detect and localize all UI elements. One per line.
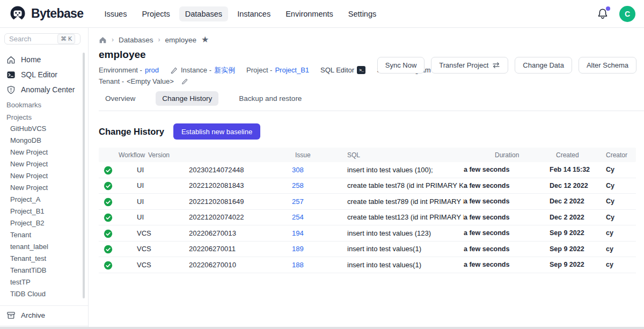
version-cell: 202206270010 (147, 261, 292, 269)
sidebar-item-archive[interactable]: Archive (0, 308, 88, 323)
project-item-testtp[interactable]: testTP (0, 276, 88, 288)
environment-link[interactable]: prod (145, 66, 159, 74)
project-item-new-project[interactable]: New Project (0, 158, 88, 170)
sidebar-item-anomaly-center[interactable]: Anomaly Center (0, 82, 88, 97)
brand-name: Bytebase (31, 6, 83, 21)
breadcrumb-databases[interactable]: Databases (119, 36, 153, 44)
nav-item-issues[interactable]: Issues (98, 6, 133, 21)
edit-pencil-icon[interactable] (181, 78, 188, 85)
creator-cell: Cy (601, 198, 636, 205)
instance-label: Instance - (181, 66, 211, 74)
issue-link[interactable]: 257 (292, 198, 304, 206)
workflow-cell: UI (118, 166, 147, 174)
tabs: OverviewChange HistoryBackup and restore (99, 91, 644, 106)
nav-item-databases[interactable]: Databases (179, 6, 228, 21)
project-link[interactable]: Project_B1 (275, 66, 309, 74)
issue-link[interactable]: 254 (292, 213, 304, 221)
history-row[interactable]: UI20221202081843258create table test78 (… (99, 178, 636, 194)
alter-schema-button[interactable]: Alter Schema (579, 57, 636, 74)
breadcrumb-current[interactable]: employee (165, 36, 197, 44)
sidebar-item-sql-editor[interactable]: SQL Editor (0, 67, 88, 82)
transfer-project-button[interactable]: Transfer Project (431, 57, 508, 74)
table-header-row: Workflow Version Issue SQL Duration Crea… (99, 148, 636, 162)
workflow-cell: VCS (118, 245, 147, 253)
created-cell: Feb 14 15:32 (550, 166, 601, 173)
tab-overview[interactable]: Overview (99, 91, 142, 106)
change-data-button[interactable]: Change Data (515, 57, 572, 74)
search-box[interactable]: ⌘ K (4, 33, 80, 45)
top-nav: Bytebase IssuesProjectsDatabasesInstance… (0, 0, 644, 28)
history-row[interactable]: VCS202206270013194insert into test value… (99, 225, 636, 242)
nav-item-settings[interactable]: Settings (342, 6, 382, 21)
tab-change-history[interactable]: Change History (156, 91, 218, 106)
search-input[interactable] (9, 35, 55, 43)
duration-cell: a few seconds (464, 261, 550, 268)
sidebar-scrollbar[interactable] (83, 53, 85, 298)
project-item-tenant[interactable]: Tenant (0, 229, 88, 241)
version-cell: 202206270011 (147, 245, 292, 253)
project-item-new-project[interactable]: New Project (0, 182, 88, 194)
creator-cell: cy (601, 261, 636, 268)
success-check-icon (99, 228, 118, 238)
bytebase-logo[interactable]: Bytebase (9, 5, 83, 23)
sidebar-divider (0, 305, 88, 306)
issue-link[interactable]: 188 (292, 261, 304, 269)
issue-link[interactable]: 194 (292, 229, 304, 237)
history-row[interactable]: UI20221202074022254create table test123 … (99, 210, 636, 226)
sql-cell: create table test789 (id int PRIMARY KEY… (343, 198, 464, 206)
project-item-tenant-label[interactable]: tenant_label (0, 241, 88, 253)
tabs-container: OverviewChange HistoryBackup and restore (99, 91, 644, 111)
col-duration: Duration (464, 151, 550, 159)
project-item-tenanttidb[interactable]: TenantTiDB (0, 265, 88, 276)
project-item-project-a[interactable]: Project_A (0, 194, 88, 206)
establish-baseline-button[interactable]: Establish new baseline (173, 123, 260, 140)
version-cell: 20221202081843 (147, 181, 292, 189)
project-item-tenant-test[interactable]: Tenant_test (0, 253, 88, 265)
sql-editor-link[interactable]: SQL Editor (320, 66, 354, 74)
user-avatar[interactable]: C (619, 6, 635, 22)
col-created: Created (550, 151, 601, 159)
sql-cell: create table test123 (id int PRIMARY KEY… (343, 213, 464, 221)
instance-link[interactable]: 新实例 (214, 65, 235, 75)
issue-link[interactable]: 258 (292, 181, 304, 189)
issue-link: 189 (292, 245, 343, 253)
bookmarks-section-label: Bookmarks (0, 97, 88, 111)
nav-item-instances[interactable]: Instances (231, 6, 276, 21)
version-cell: 202206270013 (147, 229, 292, 237)
project-item-project-b1[interactable]: Project_B1 (0, 206, 88, 217)
created-cell: Dec 2 2022 (550, 198, 601, 205)
success-check-icon (99, 180, 118, 191)
sql-cell: insert into test values (100); (343, 166, 464, 174)
sidebar-item-home[interactable]: Home (0, 52, 88, 67)
project-item-mongodb[interactable]: MongoDB (0, 135, 88, 147)
issue-link[interactable]: 308 (292, 166, 304, 174)
nav-item-environments[interactable]: Environments (280, 6, 339, 21)
history-row[interactable]: UI20230214072448308insert into test valu… (99, 162, 636, 178)
notification-dot (606, 6, 610, 11)
notifications-button[interactable] (597, 8, 610, 20)
project-item-githubvcs[interactable]: GitHubVCS (0, 123, 88, 135)
sidebar-nav: Home SQL Editor (0, 52, 88, 97)
change-history-header: Change History Establish new baseline (99, 123, 644, 140)
history-row[interactable]: VCS202206270011189insert into test value… (99, 242, 636, 258)
history-row[interactable]: UI20221202081649257create table test789 … (99, 194, 636, 210)
success-check-icon (99, 196, 118, 207)
breadcrumb-home-icon[interactable] (99, 36, 107, 44)
workflow-cell: UI (118, 181, 147, 189)
sql-editor-icon[interactable]: >_ (357, 66, 365, 74)
project-item-new-project[interactable]: New Project (0, 147, 88, 158)
workflow-cell: VCS (118, 261, 147, 269)
project-item-project-b2[interactable]: Project_B2 (0, 217, 88, 229)
breadcrumb-separator: › (112, 36, 114, 43)
duration-cell: a few seconds (464, 182, 550, 189)
history-row[interactable]: VCS202206270010188insert into test value… (99, 257, 636, 273)
issue-link[interactable]: 189 (292, 245, 304, 253)
bookmark-star-icon[interactable]: ★ (201, 35, 209, 44)
project-item-tidb-cloud[interactable]: TiDB Cloud (0, 288, 88, 300)
nav-item-projects[interactable]: Projects (136, 6, 175, 21)
table-body: UI20230214072448308insert into test valu… (99, 162, 636, 273)
tab-backup-and-restore[interactable]: Backup and restore (232, 91, 308, 106)
sync-now-button[interactable]: Sync Now (377, 57, 425, 74)
col-sql: SQL (343, 151, 464, 159)
project-item-new-project[interactable]: New Project (0, 170, 88, 182)
